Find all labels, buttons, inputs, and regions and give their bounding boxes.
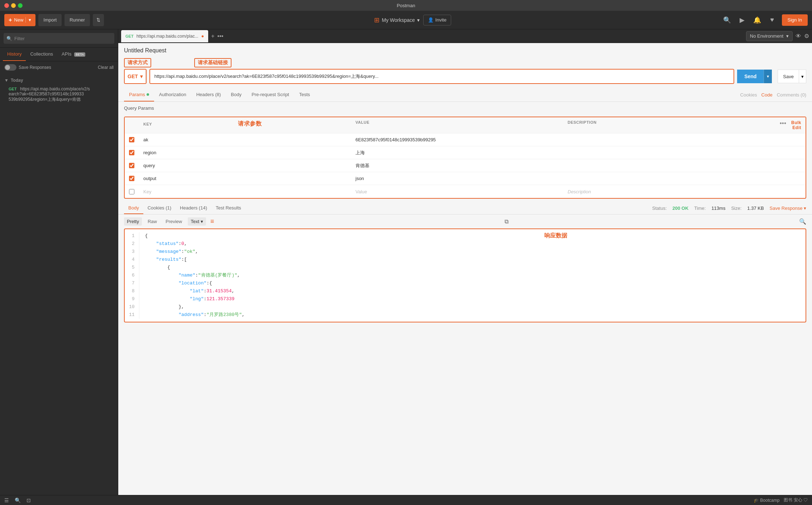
- maximize-button[interactable]: [18, 3, 23, 8]
- params-table-header: KEY 请求参数 VALUE DESCRIPTION ••• Bulk Edit: [125, 117, 806, 133]
- code-link[interactable]: Code: [761, 92, 773, 98]
- send-dropdown-button[interactable]: ▾: [764, 70, 772, 83]
- tabs-bar: GET https://api.map.baidu.com/plac... ● …: [118, 29, 812, 43]
- status-ok: 200 OK: [673, 206, 689, 211]
- search-input[interactable]: [14, 36, 111, 41]
- import-button[interactable]: Import: [38, 14, 62, 26]
- tab-actions: + •••: [211, 33, 223, 39]
- add-tab-button[interactable]: +: [211, 33, 214, 39]
- runner-icon-btn[interactable]: ▶: [737, 15, 747, 25]
- eye-icon-btn[interactable]: 👁: [796, 33, 801, 39]
- response-tab-cookies[interactable]: Cookies (1): [143, 202, 176, 214]
- time-value: 113ms: [711, 206, 725, 211]
- close-button[interactable]: [4, 3, 9, 8]
- sub-tab-params[interactable]: Params: [124, 88, 154, 102]
- more-options-button[interactable]: •••: [780, 120, 786, 130]
- param-key: Key: [143, 189, 355, 194]
- size-label: Size:: [731, 206, 741, 211]
- response-tab-body[interactable]: Body: [124, 202, 143, 214]
- bootcamp-label[interactable]: 🎓 Bootcamp: [754, 498, 779, 503]
- workspace-label: My Workspace: [382, 17, 415, 23]
- sidebar-history: ▼ Today GET https://api.map.baidu.com/pl…: [0, 74, 118, 505]
- method-value: GET: [128, 74, 138, 79]
- sidebar-toggle-icon[interactable]: ☰: [4, 497, 9, 503]
- sub-tab-authorization[interactable]: Authorization: [154, 88, 191, 102]
- key-column-header: KEY 请求参数: [143, 120, 355, 130]
- traffic-lights: [4, 3, 23, 8]
- row-checkbox-empty[interactable]: [129, 189, 134, 194]
- save-response-button[interactable]: Save Response ▾: [770, 206, 806, 211]
- response-status-info: Status: 200 OK Time: 113ms Size: 1.37 KB…: [652, 206, 806, 211]
- history-bottom-icon[interactable]: ⊡: [27, 497, 31, 503]
- response-annotation: 响应数据: [544, 232, 567, 240]
- env-label: No Environment: [750, 33, 783, 39]
- response-viewer: Pretty Raw Preview Text ▾ ≡ ⧉ 🔍 响应数据: [118, 214, 812, 325]
- sign-in-button[interactable]: Sign In: [782, 14, 808, 26]
- format-raw-button[interactable]: Raw: [145, 217, 160, 226]
- history-group[interactable]: ▼ Today: [0, 76, 118, 84]
- sync-button[interactable]: ⇅: [93, 14, 104, 26]
- minimize-button[interactable]: [11, 3, 16, 8]
- sidebar: 🔍 History Collections APIs BETA Save Res…: [0, 29, 118, 505]
- sub-tab-headers[interactable]: Headers (8): [191, 88, 226, 102]
- history-url: https://api.map.baidu.com/place/v2/searc…: [9, 86, 90, 102]
- row-checkbox-output[interactable]: [129, 176, 134, 181]
- save-dropdown-button[interactable]: ▾: [799, 70, 806, 83]
- response-tab-test-results[interactable]: Test Results: [211, 202, 245, 214]
- clear-all-button[interactable]: Clear all: [98, 65, 114, 70]
- copy-response-button[interactable]: ⧉: [505, 218, 508, 225]
- request-tab[interactable]: GET https://api.map.baidu.com/plac... ●: [121, 30, 208, 42]
- status-label: Status:: [652, 206, 667, 211]
- sub-tab-body[interactable]: Body: [226, 88, 247, 102]
- heart-icon-btn[interactable]: ♥: [767, 15, 778, 25]
- params-header: Query Params: [124, 105, 806, 114]
- invite-button[interactable]: 👤 Invite: [423, 15, 451, 25]
- sidebar-tab-history[interactable]: History: [3, 48, 26, 61]
- save-responses-toggle[interactable]: [4, 64, 16, 71]
- sidebar-tab-collections[interactable]: Collections: [26, 48, 57, 61]
- row-checkbox-region[interactable]: [129, 150, 134, 155]
- param-value: 6E823f587c95f0148c19993539b99295: [355, 137, 568, 142]
- method-select[interactable]: GET ▾: [125, 70, 146, 83]
- send-group: Send ▾: [737, 70, 772, 83]
- params-dot: [147, 93, 149, 96]
- save-button[interactable]: Save: [778, 70, 799, 83]
- new-button[interactable]: + New ▾: [4, 14, 35, 26]
- send-button[interactable]: Send: [737, 70, 764, 83]
- search-wrap: 🔍: [4, 33, 114, 44]
- format-preview-button[interactable]: Preview: [163, 217, 185, 226]
- cookies-link[interactable]: Cookies: [740, 92, 757, 98]
- dropdown-arrow-icon[interactable]: ▾: [25, 17, 31, 23]
- app-title: Postman: [397, 3, 415, 8]
- sub-tab-right: Cookies Code Comments (0): [740, 92, 806, 98]
- notification-icon-btn[interactable]: 🔔: [752, 15, 763, 25]
- url-bar-row: GET ▾ Send ▾ Save ▾: [124, 69, 806, 84]
- search-bottom-icon[interactable]: 🔍: [15, 497, 21, 503]
- format-icon[interactable]: ≡: [210, 218, 214, 225]
- more-tabs-button[interactable]: •••: [218, 33, 224, 39]
- settings-icon-btn[interactable]: ⚙: [804, 33, 809, 39]
- url-input[interactable]: [150, 70, 734, 83]
- description-column-header: DESCRIPTION: [568, 120, 780, 130]
- format-pretty-button[interactable]: Pretty: [124, 217, 142, 226]
- response-tabs-bar: Body Cookies (1) Headers (14) Test Resul…: [118, 202, 812, 214]
- request-title: Untitled Request: [124, 47, 806, 54]
- sub-tab-tests[interactable]: Tests: [294, 88, 315, 102]
- row-checkbox-ak[interactable]: [129, 137, 134, 142]
- workspace-button[interactable]: ⊞ My Workspace ▾: [374, 16, 419, 24]
- runner-button[interactable]: Runner: [65, 14, 90, 26]
- bulk-edit-button[interactable]: Bulk Edit: [789, 120, 801, 130]
- tab-dot: ●: [201, 33, 204, 39]
- row-checkbox-query[interactable]: [129, 163, 134, 168]
- format-type-select[interactable]: Text ▾: [188, 217, 206, 226]
- search-response-button[interactable]: 🔍: [799, 218, 806, 225]
- search-icon-btn[interactable]: 🔍: [722, 15, 732, 25]
- sub-tab-prerequest[interactable]: Pre-request Script: [247, 88, 294, 102]
- response-section: Body Cookies (1) Headers (14) Test Resul…: [118, 202, 812, 325]
- sidebar-tab-apis[interactable]: APIs BETA: [57, 48, 90, 61]
- list-item[interactable]: GET https://api.map.baidu.com/place/v2/s…: [0, 84, 118, 105]
- user-icon: 👤: [428, 17, 434, 23]
- comments-link[interactable]: Comments (0): [777, 92, 806, 98]
- env-dropdown-button[interactable]: No Environment ▾: [746, 31, 793, 41]
- response-tab-headers[interactable]: Headers (14): [176, 202, 211, 214]
